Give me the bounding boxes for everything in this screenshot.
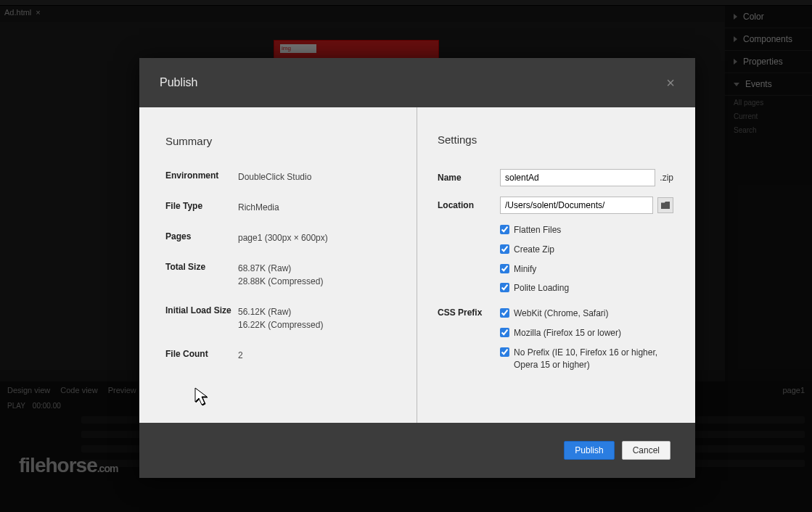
noprefix-option[interactable]: No Prefix (IE 10, Firefox 16 or higher, … [500, 347, 673, 371]
createzip-label: Create Zip [514, 244, 554, 256]
totalsize-label: Total Size [165, 262, 238, 288]
location-input[interactable]: /Users/solent/Documents/ [500, 197, 653, 214]
summary-row-filetype: File Type RichMedia [165, 201, 390, 214]
minify-label: Minify [514, 263, 536, 276]
close-button[interactable]: × [666, 75, 675, 91]
summary-row-initload: Initial Load Size 56.12K (Raw) 16.22K (C… [165, 305, 390, 331]
noprefix-label: No Prefix (IE 10, Firefox 16 or higher, … [514, 347, 673, 371]
filecount-label: File Count [165, 349, 238, 362]
cssprefix-label: CSS Prefix [438, 307, 500, 318]
filetype-value: RichMedia [238, 201, 279, 214]
dialog-header: Publish × [139, 58, 695, 107]
polite-loading-option[interactable]: Polite Loading [500, 282, 673, 294]
polite-checkbox[interactable] [500, 283, 509, 292]
noprefix-checkbox[interactable] [500, 347, 509, 357]
initload-label: Initial Load Size [165, 305, 238, 331]
filecount-value: 2 [238, 349, 243, 362]
name-extension: .zip [660, 173, 673, 183]
filetype-label: File Type [165, 201, 238, 214]
location-label: Location [438, 200, 500, 210]
webkit-label: WebKit (Chrome, Safari) [514, 307, 608, 320]
mozilla-prefix-option[interactable]: Mozilla (Firefox 15 or lower) [500, 327, 673, 339]
pages-label: Pages [165, 231, 238, 244]
settings-row-name: Name .zip [438, 169, 673, 186]
create-zip-option[interactable]: Create Zip [500, 244, 673, 256]
createzip-checkbox[interactable] [500, 244, 509, 254]
flatten-label: Flatten Files [514, 224, 561, 236]
initload-raw: 56.12K (Raw) [238, 305, 323, 318]
publish-button[interactable]: Publish [564, 441, 614, 460]
settings-row-location: Location /Users/solent/Documents/ [438, 197, 673, 214]
summary-row-totalsize: Total Size 68.87K (Raw) 28.88K (Compress… [165, 262, 390, 288]
summary-row-filecount: File Count 2 [165, 349, 390, 362]
minify-checkbox[interactable] [500, 264, 509, 273]
flatten-checkbox[interactable] [500, 225, 509, 234]
name-input[interactable] [500, 169, 655, 186]
watermark-main: filehorse [19, 454, 97, 476]
flatten-files-option[interactable]: Flatten Files [500, 224, 673, 236]
folder-icon [661, 202, 670, 209]
environment-label: Environment [165, 170, 238, 183]
initload-compressed: 16.22K (Compressed) [238, 318, 323, 331]
summary-row-pages: Pages page1 (300px × 600px) [165, 231, 390, 244]
settings-heading: Settings [438, 133, 673, 146]
pages-value: page1 (300px × 600px) [238, 231, 328, 244]
mozilla-checkbox[interactable] [500, 328, 509, 337]
dialog-title: Publish [160, 76, 197, 89]
publish-dialog: Publish × Summary Environment DoubleClic… [139, 58, 695, 478]
summary-heading: Summary [165, 135, 390, 147]
settings-row-cssprefix: CSS Prefix WebKit (Chrome, Safari) Mozil… [438, 307, 673, 378]
initload-value: 56.12K (Raw) 16.22K (Compressed) [238, 305, 323, 331]
settings-panel: Settings Name .zip Location /Users/solen… [417, 107, 695, 423]
browse-folder-button[interactable] [657, 197, 673, 213]
dialog-footer: Publish Cancel [139, 423, 695, 478]
polite-label: Polite Loading [514, 282, 569, 294]
cancel-button[interactable]: Cancel [622, 441, 670, 460]
totalsize-raw: 68.87K (Raw) [238, 262, 323, 275]
options-checklist: Flatten Files Create Zip Minify Polite L… [500, 224, 673, 294]
minify-option[interactable]: Minify [500, 263, 673, 276]
watermark: filehorse.com [19, 454, 118, 477]
webkit-prefix-option[interactable]: WebKit (Chrome, Safari) [500, 307, 673, 320]
summary-panel: Summary Environment DoubleClick Studio F… [139, 107, 417, 423]
totalsize-value: 68.87K (Raw) 28.88K (Compressed) [238, 262, 323, 288]
webkit-checkbox[interactable] [500, 308, 509, 318]
environment-value: DoubleClick Studio [238, 170, 311, 183]
name-label: Name [438, 173, 500, 183]
dialog-body: Summary Environment DoubleClick Studio F… [139, 107, 695, 423]
mozilla-label: Mozilla (Firefox 15 or lower) [514, 327, 621, 339]
watermark-suffix: .com [97, 463, 118, 474]
summary-row-environment: Environment DoubleClick Studio [165, 170, 390, 183]
totalsize-compressed: 28.88K (Compressed) [238, 275, 323, 288]
